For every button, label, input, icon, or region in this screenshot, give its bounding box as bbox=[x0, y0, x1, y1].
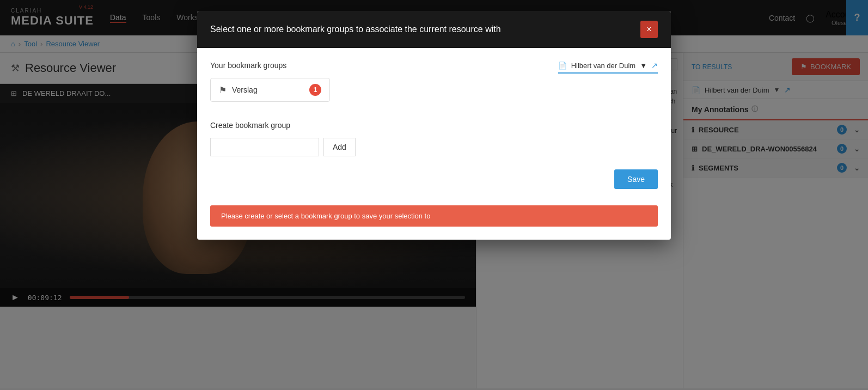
modal-footer: Save Please create or select a bookmark … bbox=[197, 169, 671, 240]
modal-user-label: Hilbert van der Duim bbox=[571, 62, 636, 70]
modal-save-row: Save bbox=[210, 169, 658, 197]
bookmark-group-count: 1 bbox=[309, 84, 321, 96]
modal-doc-icon: 📄 bbox=[558, 62, 567, 70]
modal-row: Your bookmark groups ⚑ Verslag 1 📄 Hilbe… bbox=[210, 61, 658, 107]
save-button[interactable]: Save bbox=[614, 169, 658, 189]
bookmark-modal: Select one or more bookmark groups to as… bbox=[197, 11, 671, 240]
modal-overlay: Select one or more bookmark groups to as… bbox=[0, 0, 868, 390]
bookmark-group-item[interactable]: ⚑ Verslag 1 bbox=[210, 78, 330, 102]
add-button[interactable]: Add bbox=[323, 138, 356, 156]
bookmark-group-name: Verslag bbox=[232, 86, 304, 94]
create-group-input-row: Add bbox=[210, 138, 658, 156]
your-groups-title: Your bookmark groups bbox=[210, 61, 330, 70]
create-group-section: Create bookmark group Add bbox=[210, 121, 658, 156]
modal-ext-link-icon[interactable]: ↗ bbox=[651, 61, 658, 70]
modal-body: Your bookmark groups ⚑ Verslag 1 📄 Hilbe… bbox=[197, 48, 671, 169]
error-banner: Please create or select a bookmark group… bbox=[210, 205, 658, 227]
your-groups-section: Your bookmark groups ⚑ Verslag 1 bbox=[210, 61, 330, 107]
modal-header: Select one or more bookmark groups to as… bbox=[197, 11, 671, 48]
create-group-title: Create bookmark group bbox=[210, 121, 658, 130]
create-group-input[interactable] bbox=[210, 138, 319, 156]
modal-user-selector[interactable]: 📄 Hilbert van der Duim ▼ ↗ bbox=[558, 61, 658, 74]
flag-icon: ⚑ bbox=[219, 85, 227, 95]
modal-close-button[interactable]: × bbox=[640, 21, 658, 38]
modal-chevron-icon: ▼ bbox=[640, 62, 647, 70]
modal-title: Select one or more bookmark groups to as… bbox=[210, 25, 501, 34]
